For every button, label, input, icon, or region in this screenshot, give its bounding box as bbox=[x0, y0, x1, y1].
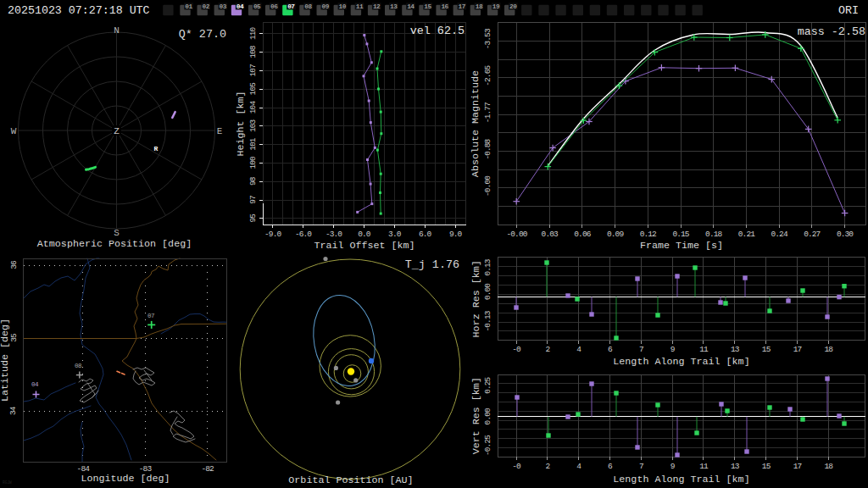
svg-text:0.30: 0.30 bbox=[837, 230, 854, 239]
svg-text:14: 14 bbox=[407, 3, 415, 10]
svg-text:0.13: 0.13 bbox=[483, 258, 492, 275]
svg-text:Horz Res [km]: Horz Res [km] bbox=[470, 260, 482, 337]
svg-text:Z: Z bbox=[114, 126, 120, 136]
svg-text:15: 15 bbox=[424, 3, 431, 10]
svg-text:-0.88: -0.88 bbox=[483, 138, 492, 159]
svg-text:-6.0: -6.0 bbox=[295, 230, 312, 239]
svg-text:Absolute Magnitude: Absolute Magnitude bbox=[470, 70, 481, 177]
svg-text:11: 11 bbox=[699, 462, 709, 471]
svg-text:17: 17 bbox=[793, 462, 802, 471]
svg-text:-0.00: -0.00 bbox=[506, 230, 527, 239]
svg-text:07: 07 bbox=[287, 3, 295, 10]
svg-text:20: 20 bbox=[509, 3, 517, 10]
svg-text:3.0: 3.0 bbox=[388, 230, 402, 239]
svg-text:0.0: 0.0 bbox=[358, 230, 371, 239]
svg-text:Orbital Position [AU]: Orbital Position [AU] bbox=[288, 474, 413, 486]
svg-text:17: 17 bbox=[459, 3, 466, 10]
svg-text:W: W bbox=[11, 126, 17, 136]
svg-text:03: 03 bbox=[220, 3, 227, 10]
svg-text:01: 01 bbox=[185, 3, 192, 10]
svg-text:-82: -82 bbox=[201, 464, 214, 474]
svg-text:04: 04 bbox=[31, 381, 39, 388]
svg-text:Latitude [deg]: Latitude [deg] bbox=[0, 319, 11, 402]
svg-text:07: 07 bbox=[147, 313, 154, 319]
svg-text:Q* 27.0: Q* 27.0 bbox=[179, 28, 226, 41]
svg-text:0.25: 0.25 bbox=[483, 376, 492, 393]
svg-text:0.09: 0.09 bbox=[607, 230, 624, 239]
svg-text:-3.53: -3.53 bbox=[483, 28, 492, 49]
svg-text:E: E bbox=[217, 126, 223, 136]
svg-text:18: 18 bbox=[824, 345, 833, 354]
svg-text:-1.77: -1.77 bbox=[483, 103, 492, 123]
svg-text:RGJW: RGJW bbox=[3, 480, 12, 485]
svg-text:11: 11 bbox=[356, 3, 364, 10]
svg-text:ORI: ORI bbox=[838, 4, 859, 17]
svg-text:Frame Time [s]: Frame Time [s] bbox=[640, 240, 723, 252]
svg-text:-2.65: -2.65 bbox=[483, 65, 492, 86]
svg-text:04: 04 bbox=[236, 3, 244, 10]
svg-text:0.24: 0.24 bbox=[771, 230, 787, 239]
svg-text:11: 11 bbox=[699, 345, 709, 354]
svg-text:08: 08 bbox=[75, 363, 81, 369]
svg-text:18: 18 bbox=[824, 462, 833, 471]
svg-text:09: 09 bbox=[321, 3, 329, 10]
svg-text:N: N bbox=[114, 25, 120, 36]
svg-text:7: 7 bbox=[639, 462, 643, 471]
svg-text:S: S bbox=[114, 228, 120, 238]
svg-text:19: 19 bbox=[492, 3, 500, 10]
svg-text:0.21: 0.21 bbox=[738, 230, 755, 239]
svg-text:15: 15 bbox=[762, 345, 771, 354]
svg-text:6.0: 6.0 bbox=[419, 230, 432, 239]
svg-text:0.03: 0.03 bbox=[542, 230, 559, 239]
svg-text:95: 95 bbox=[248, 214, 258, 223]
svg-text:10: 10 bbox=[339, 3, 347, 10]
svg-text:Vert Res [km]: Vert Res [km] bbox=[470, 377, 482, 454]
svg-text:0.06: 0.06 bbox=[574, 230, 591, 239]
svg-text:101: 101 bbox=[248, 137, 258, 151]
svg-text:9.0: 9.0 bbox=[449, 230, 463, 239]
svg-text:06: 06 bbox=[270, 3, 278, 10]
svg-text:36: 36 bbox=[9, 260, 19, 269]
svg-text:17: 17 bbox=[793, 345, 802, 354]
svg-text:Atmospheric Position [deg]: Atmospheric Position [deg] bbox=[37, 238, 192, 250]
svg-text:0.18: 0.18 bbox=[705, 230, 722, 239]
svg-text:18: 18 bbox=[476, 3, 483, 10]
svg-text:02: 02 bbox=[202, 3, 209, 10]
svg-text:110: 110 bbox=[248, 26, 258, 40]
svg-text:98: 98 bbox=[248, 176, 258, 186]
svg-text:Length Along Trail [km]: Length Along Trail [km] bbox=[613, 474, 749, 485]
svg-text:R: R bbox=[154, 145, 159, 152]
svg-text:0.12: 0.12 bbox=[640, 230, 657, 239]
svg-text:-0: -0 bbox=[512, 462, 521, 471]
svg-text:-0.00: -0.00 bbox=[483, 175, 492, 197]
svg-text:13: 13 bbox=[731, 462, 740, 471]
svg-text:0.00: 0.00 bbox=[483, 408, 492, 424]
svg-text:0.15: 0.15 bbox=[672, 230, 689, 239]
svg-text:-0.25: -0.25 bbox=[483, 435, 492, 456]
svg-text:0.27: 0.27 bbox=[804, 230, 820, 239]
svg-text:34: 34 bbox=[9, 406, 19, 415]
svg-text:107: 107 bbox=[248, 64, 258, 77]
svg-text:100: 100 bbox=[248, 156, 258, 169]
svg-text:103: 103 bbox=[248, 119, 258, 132]
svg-text:08: 08 bbox=[304, 3, 312, 10]
svg-text:0.00: 0.00 bbox=[483, 283, 492, 300]
svg-text:Longitude [deg]: Longitude [deg] bbox=[81, 473, 170, 485]
svg-text:-0: -0 bbox=[512, 345, 521, 354]
svg-text:105: 105 bbox=[248, 82, 258, 96]
svg-text:12: 12 bbox=[373, 3, 381, 10]
svg-text:Length Along Trail [km]: Length Along Trail [km] bbox=[613, 356, 749, 368]
svg-text:-0.13: -0.13 bbox=[483, 310, 492, 331]
svg-text:-3.0: -3.0 bbox=[326, 230, 342, 239]
svg-text:13: 13 bbox=[390, 3, 398, 10]
svg-text:Trail Offset [km]: Trail Offset [km] bbox=[314, 240, 415, 252]
svg-text:-9.0: -9.0 bbox=[264, 230, 281, 239]
svg-text:T_j 1.76: T_j 1.76 bbox=[405, 258, 459, 271]
svg-text:13: 13 bbox=[731, 345, 740, 354]
svg-text:15: 15 bbox=[762, 462, 771, 471]
svg-text:mass -2.58: mass -2.58 bbox=[798, 25, 865, 38]
svg-text:20251023 07:27:18 UTC: 20251023 07:27:18 UTC bbox=[8, 4, 150, 17]
svg-text:97: 97 bbox=[248, 196, 258, 204]
svg-text:05: 05 bbox=[253, 3, 261, 10]
svg-text:Height [km]: Height [km] bbox=[235, 91, 247, 156]
